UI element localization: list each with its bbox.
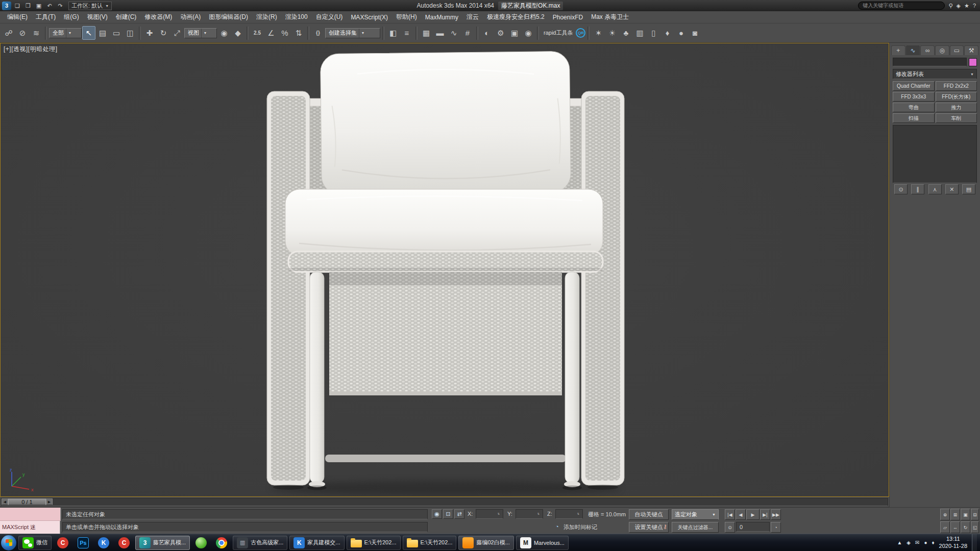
menu-customize[interactable]: 自定义(U): [312, 11, 347, 23]
curve-editor-icon[interactable]: ∿: [447, 26, 460, 40]
taskbar-3dsmax-window[interactable]: 3 藤艺家具模...: [135, 536, 190, 550]
taskbar-window-guse[interactable]: ▥ 古色高级家...: [233, 536, 287, 550]
schematic-view-icon[interactable]: #: [461, 26, 474, 40]
menu-render100[interactable]: 渲染100: [281, 11, 312, 23]
menu-group[interactable]: 组(G): [60, 11, 83, 23]
selection-lock-icon[interactable]: ⊡: [443, 509, 453, 519]
plugin-grid-icon[interactable]: ▥: [633, 26, 646, 40]
redo-icon[interactable]: ↷: [56, 2, 65, 10]
named-selection-set-dropdown[interactable]: 创建选择集 ▼: [325, 28, 380, 38]
spinner-icon[interactable]: ⇅: [498, 513, 500, 515]
menu-modifiers[interactable]: 修改器(M): [140, 11, 176, 23]
selection-set-dropdown[interactable]: 选定对象 ▼: [672, 509, 719, 520]
menu-render-cloud[interactable]: 渲云: [462, 11, 483, 23]
taskbar-wechat[interactable]: 微信: [18, 536, 52, 550]
tray-network-icon[interactable]: ◈: [906, 540, 911, 545]
modifier-button-push[interactable]: 推力: [936, 103, 977, 112]
show-desktop-button[interactable]: [972, 534, 977, 551]
plugin-forest-icon[interactable]: ♣: [619, 26, 632, 40]
zoom-extents-all-icon[interactable]: ⊟: [971, 509, 979, 520]
select-and-rotate-icon[interactable]: ↻: [157, 26, 170, 40]
spinner-icon[interactable]: ⇅: [537, 513, 540, 515]
current-frame-field[interactable]: 0: [736, 522, 770, 532]
tab-modify-icon[interactable]: ∿: [906, 45, 920, 55]
menu-tools[interactable]: 工具(T): [32, 11, 60, 23]
render-production-icon[interactable]: ◉: [522, 26, 535, 40]
modifier-stack-list[interactable]: [893, 125, 977, 183]
plugin-sun-icon[interactable]: ☀: [605, 26, 619, 40]
taskbar-window-folder2[interactable]: E:\天竹202...: [403, 536, 457, 550]
help-icon[interactable]: ?: [973, 3, 976, 9]
configure-modifier-sets-icon[interactable]: ▤: [962, 184, 975, 194]
tray-volume-icon[interactable]: ♦: [932, 540, 934, 545]
communication-center-icon[interactable]: ◈: [957, 3, 961, 9]
plugin-sphere-icon[interactable]: ●: [674, 26, 688, 40]
left-arm-panel[interactable]: [267, 91, 310, 485]
maxscript-mini-listener[interactable]: [0, 508, 61, 521]
ribbon-toggle-icon[interactable]: ▬: [433, 26, 447, 40]
select-and-manipulate-icon[interactable]: ◆: [231, 26, 244, 40]
zoom-extents-icon[interactable]: ▣: [961, 509, 970, 520]
open-file-icon[interactable]: ❒: [23, 2, 33, 10]
pan-view-icon[interactable]: ↔: [950, 521, 960, 533]
plugin-phoenix-icon[interactable]: ♦: [660, 26, 674, 40]
modifier-button-quad-chamfer[interactable]: Quad Chamfer: [893, 81, 935, 91]
taskbar-360-browser[interactable]: [192, 536, 210, 550]
x-coord-field[interactable]: ⇅: [476, 509, 503, 519]
align-icon[interactable]: ≡: [400, 26, 413, 40]
previous-frame-arrow-icon[interactable]: ◀: [2, 498, 8, 505]
taskbar-window-marvelous[interactable]: M Marvelous...: [516, 536, 569, 550]
modifier-button-ffd-box[interactable]: FFD(长方体): [936, 92, 977, 102]
modifier-button-lathe[interactable]: 车削: [936, 113, 977, 123]
remove-modifier-icon[interactable]: ✕: [945, 184, 959, 194]
base-box[interactable]: [329, 272, 562, 395]
layer-manager-icon[interactable]: ▦: [420, 26, 433, 40]
object-color-swatch[interactable]: [969, 58, 977, 66]
new-file-icon[interactable]: ❏: [13, 2, 22, 10]
select-by-name-icon[interactable]: ▤: [96, 26, 109, 40]
menu-animation[interactable]: 动画(A): [176, 11, 205, 23]
select-and-scale-icon[interactable]: ⤢: [170, 26, 184, 40]
workspace-selector[interactable]: 工作区: 默认 ▼: [68, 2, 112, 10]
use-pivot-center-icon[interactable]: ◉: [217, 26, 231, 40]
mirror-icon[interactable]: ◧: [386, 26, 400, 40]
go-to-end-button[interactable]: ▶▶: [771, 509, 781, 520]
render-setup-icon[interactable]: ⚙: [494, 26, 507, 40]
show-end-result-icon[interactable]: ∥: [911, 184, 924, 194]
maximize-viewport-icon[interactable]: ◱: [971, 521, 979, 533]
viewport-label[interactable]: [+][透视][明暗处理]: [4, 45, 58, 54]
rapid-toolbar-label[interactable]: rapid工具条: [541, 29, 575, 37]
z-coord-field[interactable]: ⇅: [555, 509, 583, 519]
tab-create-icon[interactable]: +: [891, 45, 905, 55]
undo-icon[interactable]: ↶: [45, 2, 54, 10]
key-mode-toggle-button[interactable]: ⊙: [725, 522, 735, 533]
favorites-star-icon[interactable]: ★: [964, 3, 969, 9]
menu-slim-archive[interactable]: 极速瘦身安全归档5.2: [483, 11, 549, 23]
zoom-icon[interactable]: ⊕: [940, 509, 950, 520]
plugin-light-icon[interactable]: ✶: [592, 26, 605, 40]
rendered-frame-window-icon[interactable]: ▣: [508, 26, 521, 40]
tab-hierarchy-icon[interactable]: ∞: [920, 45, 935, 55]
start-button[interactable]: [1, 535, 16, 550]
window-crossing-icon[interactable]: ◫: [124, 26, 137, 40]
tray-mail-icon[interactable]: ✉: [915, 540, 919, 545]
plugin-camera-icon[interactable]: ◙: [688, 26, 701, 40]
select-and-link-icon[interactable]: ☍: [2, 26, 15, 40]
tray-security-icon[interactable]: ●: [924, 540, 927, 545]
bind-to-space-warp-icon[interactable]: ≋: [30, 26, 43, 40]
material-editor-icon[interactable]: ◐: [480, 26, 494, 40]
taskbar-photoshop[interactable]: Ps: [74, 536, 92, 550]
unlink-selection-icon[interactable]: ⊘: [16, 26, 29, 40]
menu-help[interactable]: 帮助(H): [392, 11, 421, 23]
plugin-doc-icon[interactable]: ▯: [647, 26, 660, 40]
next-frame-arrow-icon[interactable]: ▶: [46, 498, 53, 505]
zoom-all-icon[interactable]: ⊞: [950, 509, 960, 520]
right-arm-panel[interactable]: [581, 91, 624, 485]
qr-button[interactable]: QR: [576, 28, 585, 38]
taskbar-window-render-image[interactable]: 藤编02白模...: [458, 536, 513, 550]
percent-snap-icon[interactable]: %: [278, 26, 291, 40]
taskbar-window-folder1[interactable]: E:\天竹202...: [347, 536, 401, 550]
tab-display-icon[interactable]: ▭: [950, 45, 964, 55]
time-slider-thumb[interactable]: 0 / 1: [8, 498, 46, 505]
app-logo-icon[interactable]: 3: [2, 2, 11, 10]
